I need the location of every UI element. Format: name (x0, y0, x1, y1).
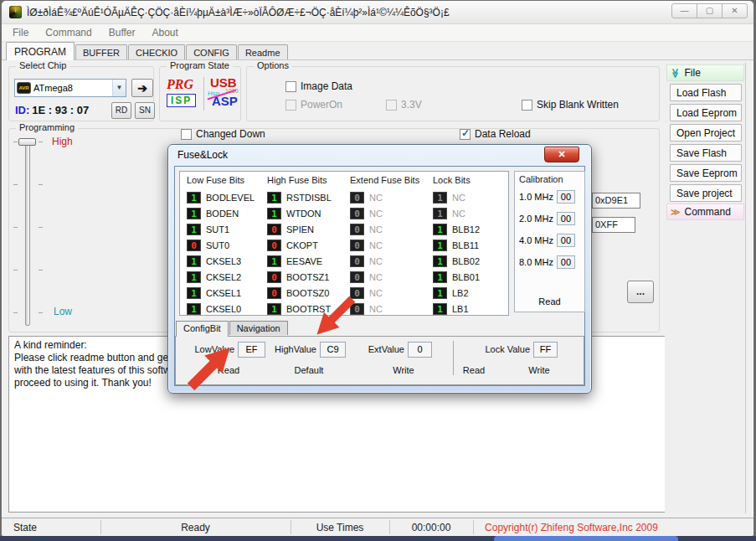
browse-button[interactable]: ... (627, 281, 654, 303)
lock-bit-row[interactable]: 1 BLB11 (433, 237, 507, 253)
bit-led-icon[interactable]: 1 (433, 271, 447, 283)
bit-led-icon[interactable]: 1 (187, 255, 201, 267)
bit-led-icon[interactable]: 0 (350, 224, 364, 235)
bit-led-icon[interactable]: 1 (187, 271, 201, 283)
fuse-bit-row[interactable]: 1 BODEN (187, 205, 267, 221)
serial-number-button[interactable]: SN (135, 102, 155, 119)
fuse-bit-row[interactable]: 0 NC (350, 301, 433, 317)
fuse-bit-row[interactable]: 1 SUT1 (187, 221, 267, 237)
fuse-default-button[interactable]: Default (285, 365, 333, 375)
calibration-value-field[interactable]: 00 (557, 234, 575, 247)
fuse-word-field[interactable]: 0xD9E1 (592, 193, 640, 209)
fuse-bit-row[interactable]: 0 SUT0 (187, 237, 267, 253)
load-flash-button[interactable]: Load Flash (670, 84, 742, 101)
lock-word-field[interactable]: 0XFF (592, 217, 635, 233)
sidebar-file-header[interactable]: ≫ File (666, 64, 744, 81)
bit-led-icon[interactable]: 0 (350, 287, 364, 299)
fuse-bit-row[interactable]: 0 CKOPT (267, 237, 350, 253)
fuse-bit-row[interactable]: 1 CKSEL1 (187, 285, 267, 301)
bit-led-icon[interactable]: 1 (267, 303, 281, 315)
bit-led-icon[interactable]: 0 (350, 192, 364, 204)
bit-led-icon[interactable]: 1 (433, 303, 447, 315)
main-tab[interactable]: CONFIG (186, 44, 237, 59)
chevron-down-icon[interactable]: ▼ (112, 80, 126, 96)
read-id-button[interactable]: RD (111, 102, 131, 119)
fuse-bit-row[interactable]: 0 SPIEN (267, 221, 350, 237)
minimize-button[interactable]: — (671, 3, 697, 18)
bit-led-icon[interactable]: 0 (267, 224, 281, 235)
save-project-button[interactable]: Save project (670, 184, 742, 202)
menu-item[interactable]: About (152, 27, 178, 39)
load-eeprom-button[interactable]: Load Eeprom (670, 104, 742, 121)
calibration-value-field[interactable]: 00 (557, 190, 575, 204)
bit-led-icon[interactable]: 0 (350, 208, 364, 219)
close-button[interactable]: ✕ (722, 3, 748, 18)
fuse-bit-row[interactable]: 1 CKSEL0 (187, 301, 267, 317)
calibration-value-field[interactable]: 00 (557, 212, 575, 225)
bit-led-icon[interactable]: 1 (433, 192, 447, 204)
bit-led-icon[interactable]: 1 (433, 255, 447, 267)
fuse-bit-row[interactable]: 1 RSTDISBL (267, 189, 350, 205)
bit-led-icon[interactable]: 1 (187, 208, 201, 219)
fuse-bit-row[interactable]: 0 NC (350, 237, 433, 253)
menu-item[interactable]: Buffer (109, 27, 136, 39)
bit-led-icon[interactable]: 1 (433, 287, 447, 299)
bit-led-icon[interactable]: 1 (187, 224, 201, 235)
fuse-bit-row[interactable]: 1 EESAVE (267, 253, 350, 269)
lock-bit-row[interactable]: 1 NC (433, 189, 507, 205)
fuse-bit-row[interactable]: 0 NC (350, 221, 433, 237)
v33-checkbox[interactable] (386, 100, 397, 111)
lock-bit-row[interactable]: 1 LB2 (433, 285, 507, 301)
bit-led-icon[interactable]: 1 (433, 224, 447, 235)
changed-down-label[interactable]: Changed Down (196, 128, 265, 140)
main-tab[interactable]: Readme (238, 44, 288, 59)
fuse-bit-row[interactable]: 0 NC (350, 285, 433, 301)
menu-item[interactable]: Command (45, 27, 91, 39)
skip-blank-checkbox[interactable] (522, 100, 532, 111)
image-data-checkbox[interactable] (285, 81, 296, 92)
sidebar-command-header[interactable]: ≫ Command (666, 204, 744, 220)
lock-bit-row[interactable]: 1 LB1 (433, 301, 507, 317)
save-eeprom-button[interactable]: Save Eeprom (670, 164, 742, 182)
lock-write-button[interactable]: Write (521, 365, 558, 375)
progress-slider-track[interactable] (25, 138, 30, 326)
open-project-button[interactable]: Open Project (670, 124, 742, 142)
fuse-bit-row[interactable]: 0 NC (350, 205, 433, 221)
bit-led-icon[interactable]: 0 (350, 255, 364, 267)
dialog-tab[interactable]: Navigation (229, 321, 288, 335)
data-reload-label[interactable]: Data Reload (475, 128, 531, 140)
bit-led-icon[interactable]: 0 (350, 240, 364, 251)
lockvalue-field[interactable]: FF (533, 342, 558, 358)
fuse-bit-row[interactable]: 1 BODLEVEL (187, 189, 267, 205)
bit-led-icon[interactable]: 1 (267, 255, 281, 267)
fuse-write-button[interactable]: Write (383, 365, 424, 375)
bit-led-icon[interactable]: 1 (187, 287, 201, 299)
bit-led-icon[interactable]: 0 (267, 287, 281, 299)
main-tab[interactable]: CHECKIO (128, 44, 185, 59)
dialog-tab[interactable]: ConfigBit (176, 321, 229, 337)
fuse-bit-row[interactable]: 0 NC (350, 269, 433, 285)
lowvalue-field[interactable]: EF (238, 342, 265, 358)
fuse-bit-row[interactable]: 1 CKSEL3 (187, 253, 267, 269)
menu-item[interactable]: File (13, 27, 28, 39)
lock-bit-row[interactable]: 1 BLB12 (433, 221, 507, 237)
bit-led-icon[interactable]: 1 (187, 303, 201, 315)
dialog-close-button[interactable]: ✕ (544, 147, 579, 162)
fuse-bit-row[interactable]: 1 CKSEL2 (187, 269, 267, 285)
bit-led-icon[interactable]: 1 (433, 208, 447, 219)
changed-down-checkbox[interactable] (181, 129, 192, 140)
chip-combobox[interactable]: AVR ATmega8 ▼ (14, 79, 126, 97)
bit-led-icon[interactable]: 1 (267, 192, 281, 204)
fuse-bit-row[interactable]: 0 NC (350, 253, 433, 269)
calibration-value-field[interactable]: 00 (557, 255, 575, 269)
data-reload-checkbox[interactable] (460, 129, 471, 140)
apply-chip-button[interactable]: ➔ (131, 79, 153, 97)
maximize-button[interactable]: ▢ (697, 3, 723, 18)
bit-led-icon[interactable]: 1 (267, 208, 281, 219)
lock-read-button[interactable]: Read (455, 365, 492, 375)
progress-slider-handle[interactable] (18, 138, 36, 146)
save-flash-button[interactable]: Save Flash (670, 144, 742, 162)
poweron-checkbox[interactable] (285, 100, 296, 111)
image-data-label[interactable]: Image Data (301, 80, 352, 92)
bit-led-icon[interactable]: 0 (267, 240, 281, 251)
